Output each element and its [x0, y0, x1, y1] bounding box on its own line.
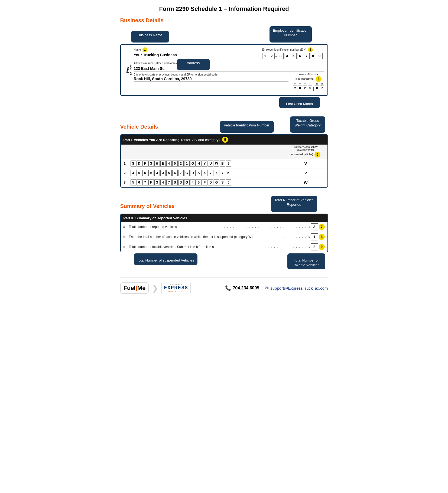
summary-header-text: Summary of Reported Vehicles — [135, 216, 187, 220]
summary-header: Part II Summary of Reported Vehicles — [121, 214, 327, 222]
page-title: Form 2290 Schedule 1 – Information Requi… — [120, 5, 328, 12]
name-field-label: Name 1 — [134, 47, 258, 52]
row-1-vin: SDFGHE4521GHYUWB9 — [129, 159, 284, 168]
month-section: Month of first use(see instructions) 4 Y… — [291, 73, 324, 91]
month-digit-6: 7 — [320, 86, 324, 91]
phone-icon: 📞 — [225, 285, 231, 291]
business-section: Business Details Business Name Employer … — [120, 17, 328, 108]
row-2-vin: 456HJJ567GDA5767K — [129, 168, 284, 178]
month-digit-1: 2 — [293, 86, 297, 91]
row-c-dots: . . . . . . . . . . . . . . . . — [258, 245, 307, 248]
email-icon: ✉ — [265, 285, 269, 291]
business-form-box: Typeor Print Name 1 Your Trucking Busine… — [120, 44, 328, 96]
city-field-label: City or town, state or province, country… — [134, 73, 288, 76]
row-c-desc: Total number of taxable vehicles. Subtra… — [129, 245, 257, 249]
business-section-title: Business Details — [120, 17, 328, 24]
footer-logos: Fuel|Me ❯ BESTPASS EXPRESS TRUCK TAX™ — [120, 282, 191, 294]
summary-part-label: Part II — [124, 216, 133, 220]
ein-digit-8: 8 — [310, 53, 316, 59]
footer-contact: 📞 704.234.6005 ✉ support@ExpressTruckTax… — [225, 285, 328, 291]
col-category: Category A through W (category W for sus… — [284, 145, 327, 159]
category-callout: Taxable Gross Weight Category — [290, 116, 325, 133]
row-a-letter: a — [124, 225, 127, 229]
badge-1: 1 — [142, 47, 147, 52]
row-2-num: 2 — [121, 169, 129, 177]
type-or-print-label: Typeor Print — [124, 47, 134, 93]
footer-phone: 📞 704.234.6005 — [225, 285, 259, 291]
summary-section-title: Summary of Vehicles — [120, 203, 175, 209]
table-row: 1 SDFGHE4521GHYUWB9 V — [121, 159, 327, 168]
row-2-category: V — [284, 169, 327, 177]
badge-8: 8 — [319, 234, 325, 240]
address-field-label: Address (number, street, and room or sui… — [134, 61, 324, 66]
row-b-letter: b — [124, 235, 127, 239]
address-callout: Address — [177, 59, 210, 70]
row-b-value: 1 — [311, 233, 318, 240]
logo-divider: ❯ — [152, 284, 158, 293]
vehicle-part-label: Part I — [124, 138, 132, 142]
ein-dash: - — [275, 53, 277, 59]
badge-9: 9 — [319, 244, 325, 250]
row-a-box-label: a — [309, 225, 310, 228]
summary-row-b: b Enter the total number of taxable vehi… — [121, 232, 327, 242]
ein-digit-1: 1 — [262, 53, 268, 59]
ein-digit-7: 7 — [304, 53, 310, 59]
summary-bottom-callouts: Total Number of suspended Vehicles Total… — [120, 253, 328, 270]
month-digit-4: 0 — [308, 86, 312, 91]
col-vin — [129, 145, 284, 159]
ein-digit-6: 6 — [297, 53, 303, 59]
vehicle-subheader: Category A through W (category W for sus… — [121, 145, 327, 159]
table-row: 2 456HJJ567GDA5767K V — [121, 168, 327, 178]
vehicle-table-header: Part I Vehicles You Are Reporting (enter… — [121, 135, 327, 145]
ein-digit-9: 9 — [317, 53, 323, 59]
row-3-category: W — [284, 178, 327, 186]
month-digit-3: 2 — [303, 86, 307, 91]
footer: Fuel|Me ❯ BESTPASS EXPRESS TRUCK TAX™ 📞 … — [120, 277, 328, 294]
vehicle-table: Part I Vehicles You Are Reporting (enter… — [120, 134, 328, 188]
ein-digit-2: 2 — [269, 53, 275, 59]
badge-6: 6 — [314, 152, 320, 158]
ein-field-label: Employer identification number (EIN) 2 — [262, 47, 324, 52]
row-b-dots: . . . . . . . . — [283, 235, 307, 238]
taxable-callout: Total Number of Taxable Vehicles — [287, 253, 325, 270]
summary-row-a: a Total number of reported vehicles . . … — [121, 222, 327, 232]
table-row: 3 567FG47SDG45FDGSJ W — [121, 178, 327, 187]
email-address: support@ExpressTruckTax.com — [270, 286, 328, 290]
ein-callout: Employer Identification Number — [270, 26, 312, 43]
first-used-callout: First Used Month — [279, 97, 320, 109]
col-num — [121, 145, 129, 159]
ein-boxes: 1 2 - 3 4 5 6 7 8 9 — [262, 53, 324, 59]
row-b-box-label: b — [309, 235, 310, 238]
fuelme-logo: Fuel|Me — [124, 285, 146, 292]
badge-5: 5 — [222, 137, 228, 143]
badge-4: 4 — [316, 76, 322, 82]
ein-digit-5: 5 — [291, 53, 297, 59]
row-a-dots: . . . . . . . . . . . . . . . . . . . . … — [218, 225, 307, 228]
footer-email: ✉ support@ExpressTruckTax.com — [265, 285, 328, 291]
row-b-desc: Enter the total number of taxable vehicl… — [129, 235, 282, 239]
row-a-value: 3 — [311, 223, 318, 230]
month-digit-2: 0 — [298, 86, 302, 91]
city-value: Rock Hill, South Carolina, 29730 — [134, 77, 288, 82]
row-c-letter: c — [124, 245, 127, 249]
month-cols: Y 2 Y 0 Y 2 Y — [293, 83, 324, 91]
business-name-value: Your Trucking Business — [134, 53, 258, 58]
vehicle-header-text: Vehicles You Are Reporting — [134, 138, 180, 142]
ein-digit-3: 3 — [278, 53, 284, 59]
row-3-vin: 567FG47SDG45FDGSJ — [129, 178, 284, 187]
month-digit-5: 0 — [315, 86, 319, 91]
first-used-callout-wrap: First Used Month — [120, 97, 328, 109]
summary-table: Part II Summary of Reported Vehicles a T… — [120, 214, 328, 252]
business-name-callout: Business Name — [131, 31, 169, 43]
vin-callout: Vehicle Identification Number — [220, 121, 274, 133]
row-1-num: 1 — [121, 160, 129, 167]
suspended-callout: Total Number of suspended Vehicles — [134, 253, 197, 265]
address-value: 123 East Main St, — [134, 66, 324, 71]
vehicle-header-sub: (enter VIN and category) — [181, 138, 220, 142]
total-reported-callout: Total Number of Vehicles Reported — [271, 196, 317, 212]
ein-digit-4: 4 — [284, 53, 290, 59]
row-c-value: 2 — [311, 243, 318, 250]
summary-section: Summary of Vehicles Total Number of Vehi… — [120, 196, 328, 270]
express-logo: BESTPASS EXPRESS TRUCK TAX™ — [161, 282, 191, 294]
badge-7: 7 — [319, 224, 325, 230]
